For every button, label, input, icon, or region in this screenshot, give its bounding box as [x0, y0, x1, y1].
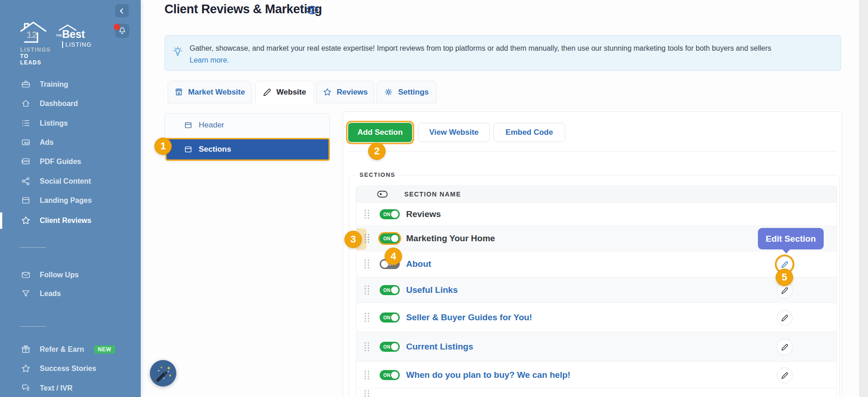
scrollbar-track[interactable] — [859, 0, 868, 397]
lightbulb-icon — [172, 46, 183, 57]
sidebar-item-label: Landing Pages — [40, 196, 92, 205]
drag-handle-icon[interactable] — [363, 259, 370, 270]
sidebar-item-social-content[interactable]: Social Content — [0, 172, 141, 191]
section-toggle-highlighted[interactable]: ON — [380, 233, 400, 243]
table-row[interactable]: ON Current Listings — [356, 332, 836, 362]
toggle-knob — [391, 286, 398, 294]
embed-code-button[interactable]: Embed Code — [493, 123, 565, 142]
table-row[interactable]: ON Seller & Buyer Guides for You! — [356, 303, 836, 332]
notification-badge-dot — [114, 24, 120, 30]
tab-label: Reviews — [337, 88, 368, 97]
drag-handle-icon[interactable] — [363, 370, 370, 381]
sidebar-item-client-reviews[interactable]: Client Reviews — [0, 212, 141, 230]
section-name-column-header: SECTION NAME — [404, 191, 461, 198]
svg-text:Ad: Ad — [24, 141, 29, 145]
magic-wand-fab-button[interactable] — [150, 360, 176, 386]
pencil-icon — [781, 261, 789, 268]
sidebar-item-label: Training — [40, 80, 68, 89]
sections-icon — [184, 145, 192, 154]
table-row[interactable]: ON When do you plan to buy? We can help! — [356, 362, 836, 388]
sidebar-item-refer-earn[interactable]: Refer & Earn NEW — [0, 340, 141, 359]
add-section-button[interactable]: Add Section — [348, 123, 412, 142]
sidebar-item-label: Leads — [40, 290, 61, 298]
panel-item-header[interactable]: Header — [165, 114, 329, 137]
panel-item-sections-selected[interactable]: Sections — [167, 139, 328, 159]
section-toggle[interactable]: ON — [380, 312, 400, 323]
sidebar-item-label: Ads — [40, 138, 53, 147]
sidebar-item-ads[interactable]: Ad Ads — [0, 133, 141, 152]
sidebar-item-dashboard[interactable]: Dashboard — [0, 95, 141, 113]
toggle-knob — [391, 343, 398, 350]
drag-handle-icon[interactable] — [363, 233, 370, 244]
toggle-column-icon — [377, 191, 388, 198]
tab-settings[interactable]: Settings — [376, 81, 437, 103]
annotation-badge-4: 4 — [385, 248, 402, 265]
chat-icon — [21, 383, 31, 393]
sidebar-collapse-button[interactable] — [115, 4, 129, 17]
sidebar: 12 LISTINGS TO LEADS THE Best LISTING Tr… — [0, 0, 141, 397]
listings-to-leads-logo[interactable]: 12 LISTINGS TO LEADS — [20, 21, 49, 46]
tab-reviews[interactable]: Reviews — [316, 81, 375, 103]
panel-item-label: Header — [199, 121, 224, 130]
section-name: Useful Links — [406, 285, 458, 295]
gear-icon — [384, 88, 393, 96]
toolbar-divider — [348, 151, 836, 152]
logo-best: Best — [62, 28, 85, 41]
sidebar-item-text-ivr[interactable]: Text / IVR — [0, 379, 141, 397]
storefront-icon — [175, 88, 183, 96]
star-icon — [21, 216, 31, 226]
pencil-icon — [781, 314, 789, 322]
preview-eye-button[interactable] — [305, 5, 319, 16]
toggle-knob — [391, 235, 398, 242]
section-name: Reviews — [406, 209, 441, 219]
table-row[interactable] — [356, 388, 836, 397]
edit-section-button[interactable] — [777, 310, 793, 326]
sidebar-item-leads[interactable]: Leads — [0, 285, 141, 303]
toggle-label: ON — [383, 212, 391, 217]
tab-website[interactable]: Website — [255, 81, 314, 103]
sidebar-item-pdf-guides[interactable]: PDF PDF Guides — [0, 153, 141, 171]
edit-section-button[interactable] — [777, 339, 793, 355]
website-structure-panel: Header Sections — [164, 113, 330, 162]
table-row[interactable]: ON Useful Links — [356, 277, 836, 303]
toggle-knob — [391, 211, 398, 218]
view-website-button[interactable]: View Website — [418, 123, 490, 142]
drag-handle-icon[interactable] — [363, 285, 370, 296]
logo-number: 12 — [26, 29, 37, 40]
panel-item-label: Sections — [199, 145, 231, 154]
star-icon — [323, 88, 332, 96]
section-toggle[interactable]: ON — [380, 342, 400, 352]
sidebar-item-follow-ups[interactable]: Follow Ups — [0, 266, 141, 284]
sidebar-item-label: Client Reviews — [40, 217, 91, 225]
drag-handle-icon[interactable] — [363, 389, 370, 397]
table-row[interactable]: ON Reviews — [356, 203, 836, 226]
table-row[interactable]: OFF About — [356, 251, 836, 277]
share-icon — [21, 176, 31, 186]
briefcase-icon — [21, 79, 31, 90]
section-toggle[interactable]: ON — [380, 285, 400, 295]
sidebar-item-listings[interactable]: Listings — [0, 114, 141, 132]
toggle-label: ON — [383, 287, 391, 292]
section-name: When do you plan to buy? We can help! — [406, 370, 571, 380]
drag-handle-icon[interactable] — [363, 341, 370, 352]
section-toggle[interactable]: ON — [380, 370, 400, 380]
section-name: Marketing Your Home — [406, 233, 495, 243]
sidebar-item-success-stories[interactable]: Success Stories — [0, 360, 141, 378]
annotation-badge-5: 5 — [776, 269, 793, 286]
drag-handle-icon[interactable] — [363, 312, 370, 323]
edit-section-button[interactable] — [777, 367, 793, 383]
toggle-knob — [391, 314, 398, 321]
annotation-badge-3: 3 — [344, 231, 362, 248]
drag-handle-icon[interactable] — [363, 209, 370, 220]
new-badge: NEW — [94, 345, 115, 354]
pencil-icon — [781, 344, 789, 351]
best-listing-logo[interactable]: THE Best LISTING — [56, 24, 90, 31]
ad-icon: Ad — [21, 138, 31, 148]
learn-more-link[interactable]: Learn more. — [190, 54, 229, 66]
tab-market-website[interactable]: Market Website — [168, 81, 252, 103]
sidebar-item-training[interactable]: Training — [0, 75, 141, 94]
sidebar-item-landing-pages[interactable]: Landing Pages — [0, 191, 141, 210]
table-header-row: SECTION NAME — [356, 185, 836, 203]
section-toggle[interactable]: ON — [380, 209, 400, 219]
sidebar-item-label: Social Content — [40, 177, 91, 185]
